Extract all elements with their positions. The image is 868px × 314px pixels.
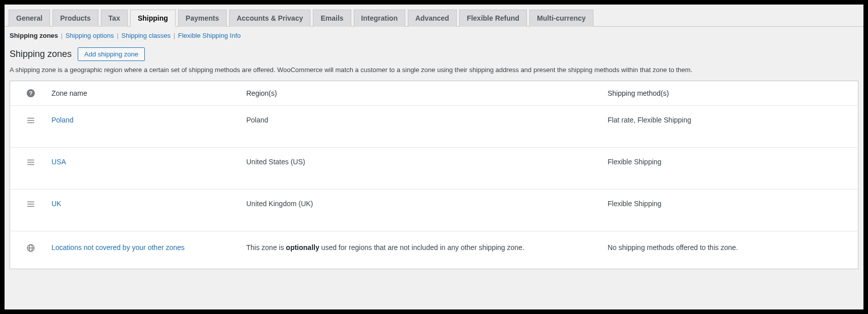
zone-name-link[interactable]: USA: [51, 158, 66, 166]
column-regions: Region(s): [242, 81, 604, 105]
tab-multi-currency[interactable]: Multi-currency: [529, 10, 593, 27]
help-column: ?: [10, 81, 47, 105]
subnav-shipping-classes[interactable]: Shipping classes: [121, 32, 171, 39]
tab-tax[interactable]: Tax: [101, 10, 128, 27]
separator: |: [174, 32, 175, 39]
drag-handle-icon[interactable]: [10, 106, 47, 147]
table-row: USA United States (US) Flexible Shipping: [10, 148, 858, 190]
help-icon[interactable]: ?: [27, 89, 35, 97]
page-header: Shipping zones Add shipping zone: [5, 41, 863, 64]
zone-methods: Flexible Shipping: [604, 148, 858, 188]
page-title: Shipping zones: [10, 49, 72, 59]
drag-handle-icon[interactable]: [10, 148, 47, 189]
column-methods: Shipping method(s): [604, 81, 858, 105]
subnav-shipping-options[interactable]: Shipping options: [66, 32, 114, 39]
zone-methods: Flexible Shipping: [604, 190, 858, 230]
fallback-methods: No shipping methods offered to this zone…: [604, 231, 858, 268]
table-header-row: ? Zone name Region(s) Shipping method(s): [10, 81, 858, 106]
tab-accounts-privacy[interactable]: Accounts & Privacy: [229, 10, 311, 27]
subnav-flexible-shipping-info[interactable]: Flexible Shipping Info: [178, 32, 241, 39]
tab-products[interactable]: Products: [52, 10, 98, 27]
settings-panel: General Products Tax Shipping Payments A…: [5, 5, 863, 309]
tab-emails[interactable]: Emails: [313, 10, 351, 27]
drag-handle-icon[interactable]: [10, 190, 47, 231]
zone-regions: Poland: [242, 106, 604, 146]
tab-flexible-refund[interactable]: Flexible Refund: [459, 10, 527, 27]
fallback-description: This zone is optionally used for regions…: [242, 231, 604, 268]
zone-regions: United Kingdom (UK): [242, 190, 604, 230]
fallback-zone-link[interactable]: Locations not covered by your other zone…: [51, 243, 185, 252]
sub-nav: Shipping zones | Shipping options | Ship…: [5, 27, 863, 41]
separator: |: [61, 32, 63, 39]
add-shipping-zone-button[interactable]: Add shipping zone: [78, 47, 145, 61]
page-description: A shipping zone is a geographic region w…: [5, 64, 863, 81]
zone-regions: United States (US): [242, 148, 604, 188]
table-row: Poland Poland Flat rate, Flexible Shippi…: [10, 106, 858, 148]
globe-icon: [10, 231, 47, 269]
zone-name-link[interactable]: UK: [51, 200, 61, 208]
column-zone-name: Zone name: [47, 81, 242, 105]
tab-payments[interactable]: Payments: [178, 10, 227, 27]
tab-general[interactable]: General: [9, 10, 50, 27]
zones-table: ? Zone name Region(s) Shipping method(s)…: [10, 81, 858, 269]
nav-tabs: General Products Tax Shipping Payments A…: [5, 5, 863, 27]
fallback-desc-bold: optionally: [286, 243, 319, 252]
fallback-row: Locations not covered by your other zone…: [10, 231, 858, 269]
tab-advanced[interactable]: Advanced: [408, 10, 457, 27]
fallback-desc-pre: This zone is: [246, 243, 286, 252]
fallback-desc-post: used for regions that are not included i…: [319, 243, 524, 252]
tab-integration[interactable]: Integration: [354, 10, 405, 27]
separator: |: [117, 32, 118, 39]
table-row: UK United Kingdom (UK) Flexible Shipping: [10, 190, 858, 231]
subnav-shipping-zones[interactable]: Shipping zones: [10, 32, 58, 39]
zone-name-link[interactable]: Poland: [51, 116, 74, 124]
zone-methods: Flat rate, Flexible Shipping: [604, 106, 858, 146]
tab-shipping[interactable]: Shipping: [130, 10, 176, 27]
